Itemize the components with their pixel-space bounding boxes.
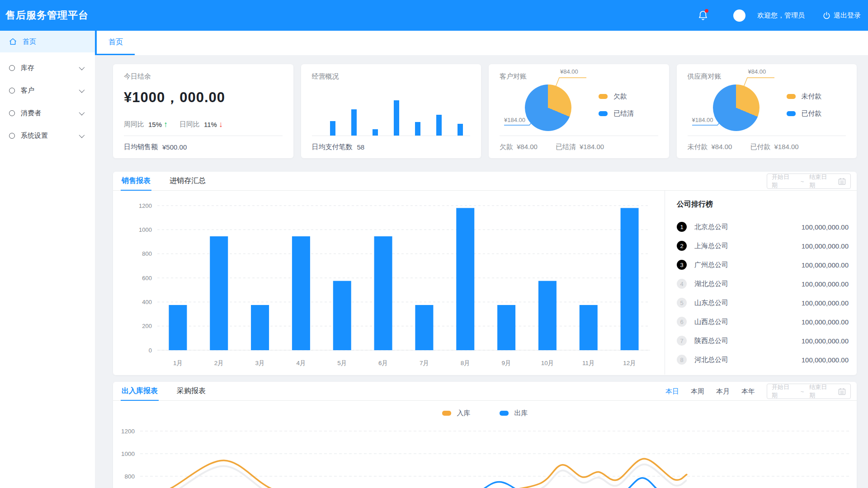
ranking-row: 8 河北总公司 100,000,000.00 [677,350,849,369]
date-range-picker[interactable]: 开始日期 ~ 结束日期 [767,174,851,189]
footer-label: 日均支付笔数 [312,143,353,151]
legend-swatch [599,94,608,99]
stat-cards-row: 今日结余 ¥1000，000.00 周同比 15% ↑ 日同比 11% ↓ 日均… [113,64,857,158]
bar-chart-svg: 0200400600800100012001月2月3月4月5月6月7月8月9月1… [126,194,664,374]
logout-button[interactable]: 退出登录 [823,11,861,20]
inout-controls: 本日 本周 本月 本年 开始日期 ~ 结束日期 [665,382,851,401]
ranking-row: 4 湖北总公司 100,000,000.00 [677,274,849,293]
sidebar: 首页 库存 客户 消费者 系统设置 [0,31,95,488]
company-ranking-panel: 公司排行榜 1 北京总公司 100,000,000.00 2 上海总公司 100… [665,191,857,375]
filter-week[interactable]: 本周 [691,387,704,396]
monthly-sales-bar-chart: 0200400600800100012001月2月3月4月5月6月7月8月9月1… [113,191,665,375]
balance-value: ¥1000，000.00 [124,88,283,107]
svg-text:800: 800 [142,250,152,257]
pie-label-small: ¥84.00 [748,68,766,75]
card-footer: 日均支付笔数 58 [312,136,471,158]
rank-company: 陕西总公司 [694,337,728,345]
card-today-balance: 今日结余 ¥1000，000.00 周同比 15% ↑ 日同比 11% ↓ 日均… [113,64,293,158]
week-ratio-label: 周同比 [124,120,144,129]
filter-month[interactable]: 本月 [716,387,730,396]
date-range-picker[interactable]: 开始日期 ~ 结束日期 [767,384,851,399]
tab-home[interactable]: 首页 [97,31,135,55]
inout-line-chart: 12001000800600 [113,421,857,488]
end-date-placeholder: 结束日期 [809,173,833,189]
svg-text:1月: 1月 [173,360,183,366]
tab-inventory-summary[interactable]: 进销存汇总 [169,172,207,190]
svg-text:1200: 1200 [121,428,135,435]
logout-label: 退出登录 [834,11,861,20]
footer-label: 已结清 [556,143,576,151]
sidebar-item-label: 首页 [23,38,36,46]
footer-value: 58 [357,143,365,151]
legend-item-inbound[interactable]: 入库 [442,409,471,418]
svg-text:7月: 7月 [420,360,429,366]
mini-bar [415,122,420,136]
sidebar-item-home[interactable]: 首页 [0,31,95,52]
sidebar-item-settings[interactable]: 系统设置 [0,124,95,147]
footer-label: 日均销售额 [124,143,158,151]
rank-value: 100,000,000.00 [802,337,849,345]
main-content: 今日结余 ¥1000，000.00 周同比 15% ↑ 日同比 11% ↓ 日均… [95,55,868,488]
pie-label-big: ¥184.00 [504,117,525,123]
footer-value: ¥184.00 [580,143,604,151]
legend-item-outbound[interactable]: 出库 [500,409,528,418]
inout-report-section: 出入库报表 采购报表 本日 本周 本月 本年 开始日期 ~ 结束日期 [113,382,857,488]
svg-text:12月: 12月 [623,360,636,366]
legend-item-paid[interactable]: 已付款 [787,109,822,118]
avatar[interactable] [733,9,745,22]
pie-legend: 未付款 已付款 [787,92,822,118]
sidebar-item-label: 客户 [21,86,34,95]
ranking-row: 1 北京总公司 100,000,000.00 [677,217,849,236]
svg-text:200: 200 [142,323,152,329]
legend-item-owed[interactable]: 欠款 [599,92,634,101]
trend-row: 周同比 15% ↑ 日同比 11% ↓ [124,120,283,129]
legend-item-settled[interactable]: 已结清 [599,109,634,118]
mini-bar [330,121,335,136]
card-footer: 未付款 ¥84.00 已付款 ¥184.00 [688,136,846,158]
day-ratio-label: 日同比 [179,120,200,129]
rank-badge: 4 [677,279,687,289]
svg-text:800: 800 [124,473,135,480]
sidebar-item-customer[interactable]: 客户 [0,79,95,102]
pie-chart-area: ¥84.00 ¥184.00 未付款 已付款 [677,64,857,136]
footer-label: 欠款 [500,143,513,151]
sidebar-menu: 库存 客户 消费者 系统设置 [0,56,95,147]
rank-badge: 2 [677,241,687,251]
legend-label: 已付款 [802,109,822,118]
day-ratio-value: 11% [204,121,217,128]
svg-text:1000: 1000 [139,226,152,233]
svg-text:10月: 10月 [541,360,554,366]
rank-company: 北京总公司 [694,223,728,231]
card-customer-reconciliation: 客户对账 ¥84.00 ¥184.00 欠款 [489,64,669,158]
home-icon [9,38,17,45]
rank-badge: 1 [677,222,687,232]
filter-today[interactable]: 本日 [665,387,679,396]
sidebar-item-inventory[interactable]: 库存 [0,56,95,79]
rank-badge: 6 [677,317,687,327]
sidebar-item-consumer[interactable]: 消费者 [0,102,95,124]
tab-inout-report[interactable]: 出入库报表 [121,382,159,401]
circle-icon [9,133,15,139]
chevron-down-icon [79,109,85,115]
sidebar-item-label: 库存 [21,64,34,72]
end-date-placeholder: 结束日期 [809,383,833,399]
legend-label: 出库 [514,409,528,418]
chevron-down-icon [79,87,85,93]
sales-tabs: 销售报表 进销存汇总 开始日期 ~ 结束日期 [113,172,857,191]
rank-value: 100,000,000.00 [802,242,849,250]
circle-icon [9,88,15,94]
notification-bell-icon[interactable] [698,10,708,21]
sidebar-item-label: 系统设置 [21,131,48,140]
filter-year[interactable]: 本年 [741,387,755,396]
rank-badge: 3 [677,260,687,270]
rank-value: 100,000,000.00 [802,299,849,307]
legend-label: 入库 [457,409,471,418]
rank-badge: 7 [677,336,687,346]
pie-legend: 欠款 已结清 [599,92,634,118]
legend-item-unpaid[interactable]: 未付款 [787,92,822,101]
calendar-icon [838,388,846,395]
tab-sales-report[interactable]: 销售报表 [121,172,151,191]
footer-unpaid: 未付款 ¥84.00 [688,143,732,151]
inout-tabs: 出入库报表 采购报表 本日 本周 本月 本年 开始日期 ~ 结束日期 [113,382,857,401]
tab-purchase-report[interactable]: 采购报表 [176,382,207,400]
